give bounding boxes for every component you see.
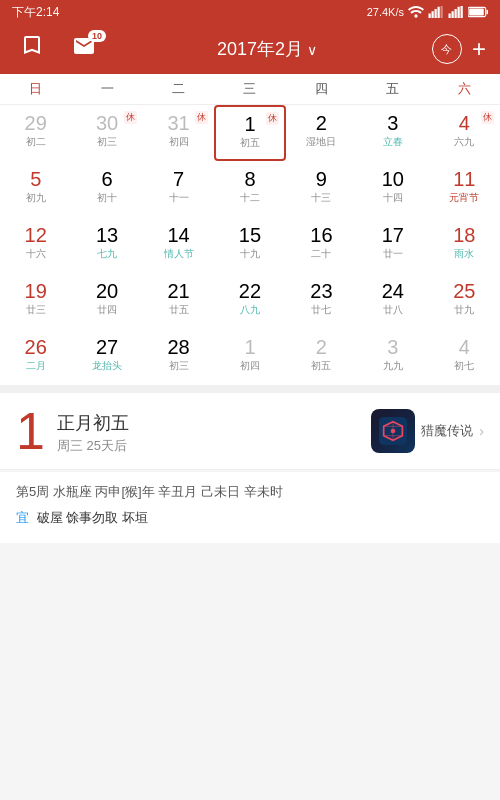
day-cell-4-0[interactable]: 26二月 (0, 329, 71, 385)
day-cell-2-6[interactable]: 18雨水 (429, 217, 500, 273)
day-cell-4-1[interactable]: 27龙抬头 (71, 329, 142, 385)
day-cell-1-3[interactable]: 8十二 (214, 161, 285, 217)
status-time: 下午2:14 (12, 4, 59, 21)
day-cell-2-5[interactable]: 17廿一 (357, 217, 428, 273)
weekday-wed: 三 (214, 74, 285, 104)
day-cell-3-4[interactable]: 23廿七 (286, 273, 357, 329)
game-promo-link[interactable]: 猎魔传说 › (371, 409, 484, 453)
lunar-label: 初五 (240, 137, 260, 149)
lunar-label: 湿地日 (306, 136, 336, 148)
day-cell-3-0[interactable]: 19廿三 (0, 273, 71, 329)
header-title[interactable]: 2017年2月 ∨ (217, 37, 317, 61)
dropdown-arrow: ∨ (307, 42, 317, 58)
day-cell-2-2[interactable]: 14情人节 (143, 217, 214, 273)
day-number: 6 (102, 167, 113, 191)
day-cell-3-6[interactable]: 25廿九 (429, 273, 500, 329)
detail-weekday-info: 周三 25天后 (57, 437, 129, 455)
day-cell-3-5[interactable]: 24廿八 (357, 273, 428, 329)
holiday-badge: 休 (481, 111, 494, 124)
lunar-label: 元宵节 (449, 192, 479, 204)
info-panel: 第5周 水瓶座 丙申[猴]年 辛丑月 己未日 辛未时 宜 破屋 馀事勿取 坏垣 (0, 472, 500, 543)
battery-icon (468, 6, 488, 18)
lunar-label: 廿七 (311, 304, 331, 316)
today-button[interactable]: 今 (432, 34, 462, 64)
detail-lunar-name: 正月初五 (57, 411, 129, 435)
day-number: 3 (387, 335, 398, 359)
lunar-label: 廿四 (97, 304, 117, 316)
calendar-grid: 29初二休30初三休31初四休1初五2湿地日3立春休4六九5初九6初十7十一8十… (0, 105, 500, 385)
day-cell-0-5[interactable]: 3立春 (357, 105, 428, 161)
week-astro-info: 第5周 水瓶座 丙申[猴]年 辛丑月 己未日 辛未时 (16, 482, 484, 502)
day-number: 23 (310, 279, 332, 303)
svg-rect-5 (441, 6, 443, 18)
weekday-mon: 一 (71, 74, 142, 104)
day-cell-0-3[interactable]: 休1初五 (214, 105, 285, 161)
status-right: 27.4K/s (367, 6, 488, 18)
day-cell-1-1[interactable]: 6初十 (71, 161, 142, 217)
day-cell-0-0[interactable]: 29初二 (0, 105, 71, 161)
detail-date-block: 1 正月初五 周三 25天后 (16, 405, 129, 457)
lunar-label: 情人节 (164, 248, 194, 260)
day-cell-3-3[interactable]: 22八九 (214, 273, 285, 329)
day-number: 1 (244, 112, 255, 136)
svg-rect-7 (452, 11, 454, 18)
lunar-label: 廿五 (169, 304, 189, 316)
day-cell-4-4[interactable]: 2初五 (286, 329, 357, 385)
network-speed: 27.4K/s (367, 6, 404, 18)
day-cell-1-5[interactable]: 10十四 (357, 161, 428, 217)
day-cell-1-4[interactable]: 9十三 (286, 161, 357, 217)
day-cell-3-2[interactable]: 21廿五 (143, 273, 214, 329)
day-cell-2-3[interactable]: 15十九 (214, 217, 285, 273)
day-cell-0-6[interactable]: 休4六九 (429, 105, 500, 161)
day-number: 31 (167, 111, 189, 135)
day-number: 26 (25, 335, 47, 359)
day-cell-4-5[interactable]: 3九九 (357, 329, 428, 385)
day-cell-1-0[interactable]: 5初九 (0, 161, 71, 217)
day-number: 16 (310, 223, 332, 247)
lunar-label: 廿三 (26, 304, 46, 316)
day-cell-3-1[interactable]: 20廿四 (71, 273, 142, 329)
day-cell-2-1[interactable]: 13七九 (71, 217, 142, 273)
day-number: 13 (96, 223, 118, 247)
day-cell-2-0[interactable]: 12十六 (0, 217, 71, 273)
day-cell-0-1[interactable]: 休30初三 (71, 105, 142, 161)
detail-text-info: 正月初五 周三 25天后 (57, 405, 129, 455)
day-number: 22 (239, 279, 261, 303)
day-number: 27 (96, 335, 118, 359)
day-cell-0-4[interactable]: 2湿地日 (286, 105, 357, 161)
game-link-chevron: › (479, 423, 484, 439)
svg-rect-8 (455, 9, 457, 18)
svg-point-0 (414, 14, 417, 17)
signal-icon (428, 6, 444, 18)
lunar-label: 廿一 (383, 248, 403, 260)
book-button[interactable] (14, 34, 50, 64)
lunar-label: 初四 (169, 136, 189, 148)
weekday-tue: 二 (143, 74, 214, 104)
mail-button[interactable]: 10 (66, 34, 102, 64)
day-number: 15 (239, 223, 261, 247)
day-number: 18 (453, 223, 475, 247)
yi-content: 破屋 馀事勿取 坏垣 (37, 510, 148, 525)
day-cell-2-4[interactable]: 16二十 (286, 217, 357, 273)
svg-rect-13 (469, 9, 484, 16)
lunar-label: 二十 (311, 248, 331, 260)
day-cell-0-2[interactable]: 休31初四 (143, 105, 214, 161)
svg-point-15 (391, 429, 396, 434)
day-number: 8 (244, 167, 255, 191)
day-cell-4-3[interactable]: 1初四 (214, 329, 285, 385)
add-event-button[interactable]: + (472, 37, 486, 61)
holiday-badge: 休 (124, 111, 137, 124)
weekday-sun: 日 (0, 74, 71, 104)
day-number: 10 (382, 167, 404, 191)
day-cell-1-6[interactable]: 11元宵节 (429, 161, 500, 217)
day-cell-1-2[interactable]: 7十一 (143, 161, 214, 217)
day-cell-4-6[interactable]: 4初七 (429, 329, 500, 385)
day-number: 25 (453, 279, 475, 303)
svg-rect-2 (432, 11, 434, 18)
game-icon-graphic (371, 409, 415, 453)
lunar-label: 初四 (240, 360, 260, 372)
day-number: 9 (316, 167, 327, 191)
day-cell-4-2[interactable]: 28初三 (143, 329, 214, 385)
lunar-label: 初五 (311, 360, 331, 372)
lunar-label: 十二 (240, 192, 260, 204)
